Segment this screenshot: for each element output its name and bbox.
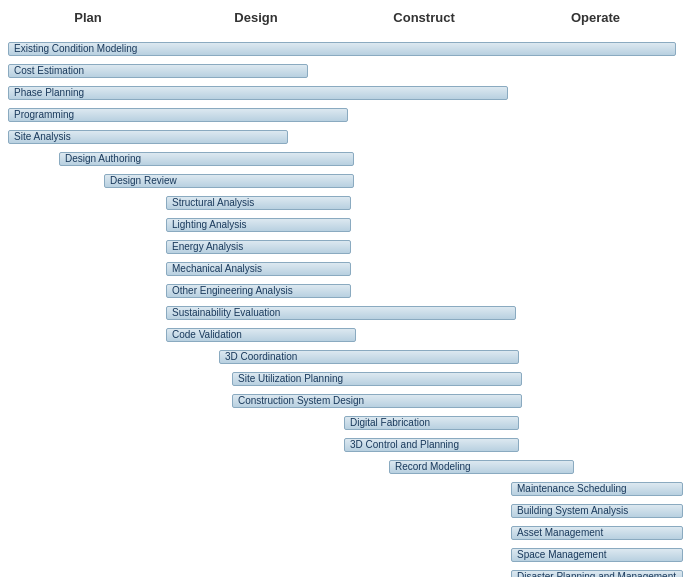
bar-row: Maintenance Scheduling xyxy=(4,479,687,498)
bar-row: Space Management xyxy=(4,545,687,564)
bars-container: Existing Condition ModelingCost Estimati… xyxy=(0,39,687,577)
bar-row: 3D Coordination xyxy=(4,347,687,366)
bar-item: Programming xyxy=(8,108,348,122)
bar-item: Energy Analysis xyxy=(166,240,351,254)
bar-row: 3D Control and Planning xyxy=(4,435,687,454)
bar-item: Code Validation xyxy=(166,328,356,342)
bar-row: Disaster Planning and Management xyxy=(4,567,687,577)
bar-row: Building System Analysis xyxy=(4,501,687,520)
bar-row: Cost Estimation xyxy=(4,61,687,80)
bar-item: Digital Fabrication xyxy=(344,416,519,430)
bar-row: Energy Analysis xyxy=(4,237,687,256)
bar-row: Record Modeling xyxy=(4,457,687,476)
header-plan: Plan xyxy=(4,10,172,25)
bar-row: Site Utilization Planning xyxy=(4,369,687,388)
bar-item: 3D Coordination xyxy=(219,350,519,364)
bar-row: Phase Planning xyxy=(4,83,687,102)
bar-item: Lighting Analysis xyxy=(166,218,351,232)
bar-item: Construction System Design xyxy=(232,394,522,408)
bar-item: Cost Estimation xyxy=(8,64,308,78)
bar-row: Structural Analysis xyxy=(4,193,687,212)
bar-item: Space Management xyxy=(511,548,683,562)
bar-item: Building System Analysis xyxy=(511,504,683,518)
bar-row: Lighting Analysis xyxy=(4,215,687,234)
bar-item: Design Review xyxy=(104,174,354,188)
bar-row: Programming xyxy=(4,105,687,124)
header-construct: Construct xyxy=(340,10,508,25)
bar-item: Disaster Planning and Management xyxy=(511,570,683,578)
bar-item: Mechanical Analysis xyxy=(166,262,351,276)
header-operate: Operate xyxy=(508,10,683,25)
bar-row: Existing Condition Modeling xyxy=(4,39,687,58)
bar-row: Construction System Design xyxy=(4,391,687,410)
bar-row: Asset Management xyxy=(4,523,687,542)
bar-item: Site Utilization Planning xyxy=(232,372,522,386)
bar-row: Digital Fabrication xyxy=(4,413,687,432)
bar-row: Sustainability Evaluation xyxy=(4,303,687,322)
header-design: Design xyxy=(172,10,340,25)
bar-item: Structural Analysis xyxy=(166,196,351,210)
bar-item: Record Modeling xyxy=(389,460,574,474)
main-container: Plan Design Construct Operate Existing C… xyxy=(0,0,687,577)
bar-item: Design Authoring xyxy=(59,152,354,166)
bar-item: Sustainability Evaluation xyxy=(166,306,516,320)
bar-row: Site Analysis xyxy=(4,127,687,146)
bar-row: Other Engineering Analysis xyxy=(4,281,687,300)
bar-item: Phase Planning xyxy=(8,86,508,100)
bar-item: Existing Condition Modeling xyxy=(8,42,676,56)
bar-row: Mechanical Analysis xyxy=(4,259,687,278)
bar-row: Code Validation xyxy=(4,325,687,344)
bar-item: Maintenance Scheduling xyxy=(511,482,683,496)
bar-item: Asset Management xyxy=(511,526,683,540)
bar-row: Design Authoring xyxy=(4,149,687,168)
bar-item: Other Engineering Analysis xyxy=(166,284,351,298)
bar-row: Design Review xyxy=(4,171,687,190)
bar-item: 3D Control and Planning xyxy=(344,438,519,452)
bar-item: Site Analysis xyxy=(8,130,288,144)
header-row: Plan Design Construct Operate xyxy=(0,10,687,25)
